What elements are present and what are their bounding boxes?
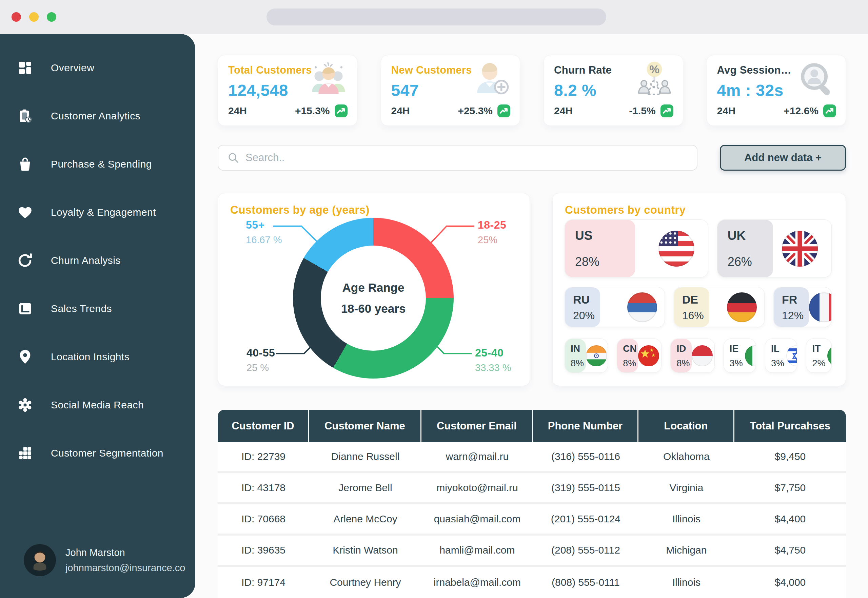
stat-change: +12.6% (784, 105, 836, 117)
stat-change-value: +25.3% (458, 105, 493, 117)
sidebar-item-sales-trends[interactable]: Sales Trends (17, 298, 195, 320)
user-profile[interactable]: John Marston johnmarston@insurance.co (24, 544, 185, 576)
table-cell: $4,750 (734, 535, 846, 565)
table-cell: ID: 22739 (218, 442, 309, 471)
stat-change-value: +12.6% (784, 105, 819, 117)
grid-9-icon (17, 445, 33, 461)
gear-icon (17, 397, 33, 413)
country-tile-cn: CN8%★★★ (617, 338, 662, 373)
country-tile-row: US28%UK26% (565, 220, 832, 278)
sidebar-item-label: Location Insights (51, 351, 130, 363)
de-flag-icon (727, 292, 757, 322)
trend-up-badge-icon (823, 105, 836, 117)
search-row: Add new data + (218, 145, 846, 170)
country-tile-row: IN8%CN8%★★★ID8%IE3%IL3%IT2% (565, 338, 832, 373)
sidebar-item-overview[interactable]: Overview (17, 57, 195, 79)
fr-flag-icon (809, 292, 832, 322)
country-code: CN (623, 343, 638, 354)
uk-flag-icon (782, 231, 818, 267)
table-cell: miyokoto@mail.ru (421, 473, 533, 502)
stat-card-total-customers: Total Customers124,54824H+15.3% (218, 55, 357, 126)
table-cell: $4,000 (734, 567, 846, 598)
id-flag-icon (692, 345, 713, 366)
country-tile-fr: FR12% (773, 287, 832, 327)
country-tile-il: IL3% (765, 338, 797, 373)
age-chart-title: Customers by age (years) (230, 203, 370, 217)
country-percent: 28% (575, 255, 635, 269)
person-add-icon (471, 60, 512, 99)
country-tile-de: DE16% (674, 287, 765, 327)
stat-card-avg-session: Avg Session…4m : 32s24H+12.6% (707, 55, 846, 126)
country-code: DE (682, 293, 709, 306)
table-cell: irnabela@mail.com (421, 567, 533, 598)
age-segment-range: 25-40 (475, 347, 511, 359)
percent-people-icon: % (634, 60, 675, 99)
sidebar-item-location-insights[interactable]: Location Insights (17, 346, 195, 368)
search-input[interactable] (246, 152, 688, 164)
table-cell: Illinois (638, 567, 734, 598)
country-tile-ie: IE3% (723, 338, 756, 373)
country-code: ID (676, 343, 692, 354)
table-cell: $7,750 (734, 473, 846, 502)
sidebar-item-label: Sales Trends (51, 303, 112, 314)
sidebar-item-social-media-reach[interactable]: Social Media Reach (17, 394, 195, 416)
age-segment-percent: 25% (478, 235, 506, 245)
sidebar-item-purchase-spending[interactable]: Purchase & Spending (17, 153, 195, 175)
stat-period: 24H (391, 105, 410, 117)
shopping-bag-icon (17, 156, 33, 172)
traffic-light-zoom-icon[interactable] (47, 12, 56, 22)
sidebar-item-label: Customer Segmentation (51, 447, 163, 459)
country-tile-row: RU20%DE16%FR12% (565, 287, 832, 327)
trend-up-badge-icon (335, 105, 347, 117)
country-percent: 8% (571, 358, 586, 369)
traffic-light-minimize-icon[interactable] (29, 12, 39, 22)
age-segment-range: 40-55 (246, 347, 275, 359)
customers-by-age-card: Customers by age (years) Age Range 18-60… (218, 193, 530, 386)
us-flag-icon (658, 231, 694, 267)
country-tile-tint: IL3% (765, 339, 786, 372)
user-name: John Marston (66, 547, 185, 558)
country-tile-tint: RU20% (565, 287, 600, 327)
refresh-icon (17, 253, 33, 269)
country-percent: 8% (623, 358, 638, 369)
table-cell: ID: 39635 (218, 535, 309, 565)
sidebar-nav: OverviewCustomer AnalyticsPurchase & Spe… (0, 57, 195, 464)
search-box[interactable] (218, 145, 698, 170)
stat-change: +25.3% (458, 105, 510, 117)
customers-table: Customer IDCustomer NameCustomer EmailPh… (218, 410, 846, 598)
table-header-cell: Customer ID (218, 410, 309, 442)
country-code: RU (573, 293, 600, 306)
sidebar-item-customer-analytics[interactable]: Customer Analytics (17, 105, 195, 127)
in-flag-icon (586, 345, 607, 366)
sidebar-item-customer-segmentation[interactable]: Customer Segmentation (17, 442, 195, 464)
country-tile-tint: CN8% (617, 339, 638, 372)
table-row: ID: 22739Dianne Russellwarn@mail.ru(316)… (218, 442, 846, 473)
country-code: FR (782, 293, 809, 306)
add-new-data-button[interactable]: Add new data + (720, 145, 846, 170)
country-code: UK (728, 229, 773, 243)
address-bar[interactable] (267, 9, 606, 25)
sidebar-item-label: Overview (51, 62, 94, 73)
sidebar-item-label: Loyalty & Engagement (51, 206, 156, 218)
chart-panels: Customers by age (years) Age Range 18-60… (218, 193, 846, 386)
cn-flag-icon: ★★★ (638, 345, 659, 366)
table-cell: ID: 70668 (218, 504, 309, 534)
table-cell: hamli@mail.com (421, 535, 533, 565)
table-cell: ID: 97174 (218, 567, 309, 598)
country-tile-in: IN8% (565, 338, 608, 373)
traffic-light-close-icon[interactable] (12, 12, 21, 22)
svg-text:%: % (649, 63, 659, 76)
stat-period: 24H (554, 105, 573, 117)
table-cell: $4,400 (734, 504, 846, 534)
table-cell: quasiah@mail.com (421, 504, 533, 534)
grid-icon (17, 60, 33, 76)
country-percent: 26% (728, 255, 773, 269)
stat-card-new-customers: New Customers54724H+25.3% (381, 55, 521, 126)
table-cell: (201) 555-0124 (533, 504, 638, 534)
table-row: ID: 43178Jerome Bellmiyokoto@mail.ru(319… (218, 473, 846, 504)
sidebar-item-churn-analysis[interactable]: Churn Analysis (17, 250, 195, 271)
sidebar-item-loyalty-engagement[interactable]: Loyalty & Engagement (17, 202, 195, 223)
country-tile-tint: ID8% (671, 339, 692, 372)
table-cell: Michigan (638, 535, 734, 565)
table-cell: (208) 555-0112 (533, 535, 638, 565)
